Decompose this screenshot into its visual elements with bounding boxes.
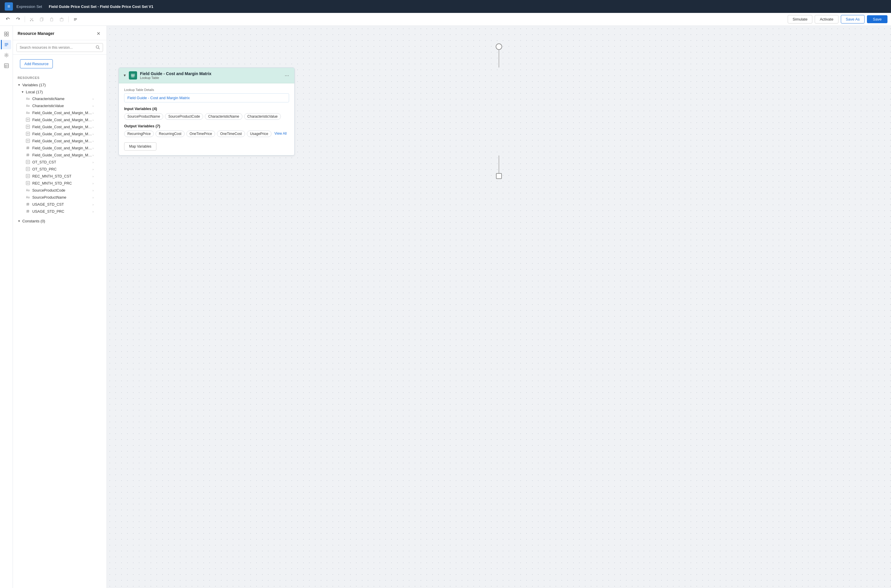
current-breadcrumb: Field Guide Price Cost Set - Field Guide…	[49, 4, 153, 9]
sidebar-icon-table[interactable]	[2, 61, 11, 70]
panel-title: Resource Manager	[18, 31, 54, 36]
output-var-tag: RecurringPrice	[124, 130, 154, 137]
map-variables-button[interactable]: Map Variables	[124, 142, 156, 150]
search-input-wrap	[16, 43, 103, 52]
svg-rect-9	[4, 32, 6, 34]
item-type-icon	[26, 118, 30, 122]
save-button[interactable]: Save	[867, 15, 888, 23]
item-arrow-icon: ›	[93, 118, 94, 122]
panel-close-button[interactable]: ✕	[95, 30, 102, 37]
input-vars-heading: Input Variables (4)	[124, 106, 289, 111]
input-vars-list: SourceProductNameSourceProductCodeCharac…	[124, 113, 289, 120]
item-arrow-icon: ›	[93, 153, 94, 157]
svg-rect-3	[40, 18, 42, 21]
divider-1	[25, 16, 25, 22]
item-label: Field_Guide_Cost_and_Margin_Mat...	[32, 118, 93, 122]
view-all-link[interactable]: View All	[273, 130, 288, 137]
top-nav: ≡ Expression Set Field Guide Price Cost …	[0, 0, 891, 13]
canvas-inner: ▼ Field Guide - Cost and Margin Matrix L…	[107, 26, 891, 231]
tree-item[interactable]: Field_Guide_Cost_and_Margin_Mat... ›	[13, 152, 106, 159]
tree-item[interactable]: OT_STD_PRC ›	[13, 166, 106, 173]
simulate-button[interactable]: Simulate	[788, 15, 813, 24]
node-menu-button[interactable]: ···	[284, 72, 290, 79]
main-layout: Resource Manager ✕ Add Resource RESOURCE…	[0, 26, 891, 588]
tree-item[interactable]: REC_MNTH_STD_PRC ›	[13, 180, 106, 187]
output-var-tag: RecurringCost	[156, 130, 184, 137]
item-label: Field_Guide_Cost_and_Margin_Mat...	[32, 139, 93, 143]
tree-item[interactable]: Field_Guide_Cost_and_Margin_Mat... ›	[13, 117, 106, 123]
node-collapse-button[interactable]: ▼	[123, 74, 126, 78]
constants-chevron: ▼	[18, 219, 21, 223]
app-name: Expression Set	[16, 4, 42, 9]
search-input[interactable]	[17, 44, 93, 52]
lookup-input[interactable]	[124, 93, 289, 102]
tree-item[interactable]: USAGE_STD_CST ›	[13, 201, 106, 208]
tree-items-container: Aa CharacteristicName › Aa Characteristi…	[13, 95, 106, 215]
tree-item[interactable]: Aa Field_Guide_Cost_and_Margin_Mat... ›	[13, 110, 106, 117]
redo-button[interactable]	[14, 15, 22, 24]
search-icon-button[interactable]	[93, 45, 103, 50]
sidebar-icon-list[interactable]	[1, 40, 11, 49]
item-arrow-icon: ›	[93, 146, 94, 150]
item-arrow-icon: ›	[93, 189, 94, 192]
item-arrow-icon: ›	[93, 210, 94, 213]
add-resource-button[interactable]: Add Resource	[20, 59, 53, 68]
delete-button[interactable]	[57, 15, 66, 24]
item-type-icon: Aa	[26, 111, 30, 115]
tree-item[interactable]: Aa SourceProductCode ›	[13, 187, 106, 194]
flow-line-bottom	[499, 156, 499, 173]
breadcrumb: Expression Set Field Guide Price Cost Se…	[16, 4, 153, 9]
copy-button[interactable]	[37, 15, 46, 24]
svg-text:Aa: Aa	[26, 111, 30, 114]
item-type-icon	[26, 132, 30, 136]
tree-item[interactable]: Aa CharacteristicName ›	[13, 95, 106, 102]
align-button[interactable]	[71, 15, 80, 24]
tree-item[interactable]: OT_STD_CST ›	[13, 159, 106, 166]
app-icon: ≡	[5, 2, 13, 10]
item-type-icon	[26, 160, 30, 165]
item-type-icon: Aa	[26, 104, 30, 108]
svg-line-38	[27, 146, 27, 149]
item-label: CharacteristicValue	[32, 104, 93, 108]
tree-item[interactable]: Aa CharacteristicValue ›	[13, 102, 106, 110]
svg-rect-17	[4, 64, 9, 68]
sidebar-icon-apps[interactable]	[2, 29, 11, 39]
svg-rect-4	[51, 18, 53, 21]
tree-item[interactable]: REC_MNTH_STD_CST ›	[13, 173, 106, 180]
tree-item[interactable]: Field_Guide_Cost_and_Margin_Mat... ›	[13, 123, 106, 130]
item-label: Field_Guide_Cost_and_Margin_Mat...	[32, 153, 93, 157]
svg-line-39	[28, 146, 28, 149]
save-as-button[interactable]: Save As	[841, 15, 865, 24]
tree-item[interactable]: Field_Guide_Cost_and_Margin_Mat... ›	[13, 130, 106, 138]
tree-item[interactable]: Field_Guide_Cost_and_Margin_Mat... ›	[13, 145, 106, 152]
item-label: SourceProductCode	[32, 188, 93, 192]
undo-button[interactable]	[3, 15, 12, 24]
cut-button[interactable]	[27, 15, 36, 24]
output-var-tag: OneTimePrice	[186, 130, 215, 137]
resource-panel: Resource Manager ✕ Add Resource RESOURCE…	[13, 26, 107, 588]
item-label: USAGE_STD_PRC	[32, 210, 93, 214]
tree-item[interactable]: Aa SourceProductName ›	[13, 194, 106, 201]
svg-point-16	[6, 55, 7, 56]
node-body: Lookup Table Details Input Variables (4)…	[119, 83, 294, 155]
item-type-icon: Aa	[26, 188, 30, 193]
svg-rect-12	[7, 34, 9, 36]
variables-group-label: Variables (17)	[22, 83, 46, 87]
sidebar-icon-gear[interactable]	[2, 51, 11, 60]
canvas-area[interactable]: ▼ Field Guide - Cost and Margin Matrix L…	[107, 26, 891, 588]
tree-item[interactable]: Field_Guide_Cost_and_Margin_Mat... ›	[13, 138, 106, 145]
svg-line-43	[28, 153, 28, 156]
constants-group-header[interactable]: ▼ Constants (0)	[13, 218, 106, 225]
activate-button[interactable]: Activate	[815, 15, 838, 24]
item-type-icon	[26, 174, 30, 179]
svg-rect-5	[60, 18, 63, 21]
output-var-tag: UsagePrice	[247, 130, 272, 137]
toolbar-right: Simulate Activate Save As Save	[788, 15, 888, 24]
svg-rect-10	[7, 32, 9, 34]
svg-text:Aa: Aa	[26, 97, 30, 100]
local-group-header[interactable]: ▼ Local (17)	[13, 88, 106, 95]
tree-item[interactable]: USAGE_STD_PRC ›	[13, 208, 106, 215]
paste-button[interactable]	[47, 15, 56, 24]
variables-group-header[interactable]: ▼ Variables (17)	[13, 81, 106, 88]
flow-line-top	[499, 50, 499, 68]
